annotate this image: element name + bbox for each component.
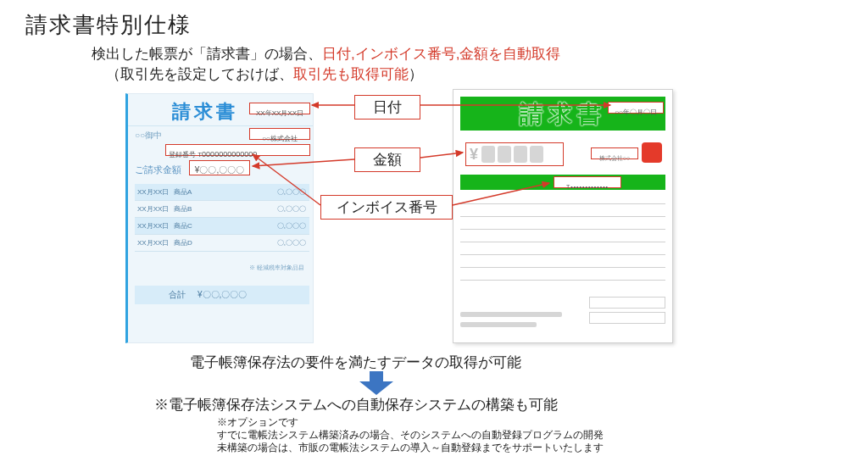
green-yen: ¥ [470, 146, 478, 164]
green-company-box: 株式会社○○ [591, 147, 638, 159]
green-invoice: 請求書 ○○年〇月〇日 ¥ 株式会社○○ T••••••••••••• [453, 89, 673, 343]
r1-date: XX月XX日 [135, 204, 174, 214]
blue-billed-box: ¥〇〇,〇〇〇 [189, 160, 250, 175]
blue-table: XX月XX日 商品A 〇,〇〇〇 XX月XX日 商品B 〇,〇〇〇 XX月XX日… [135, 184, 309, 252]
green-invno: T••••••••••••• [566, 184, 609, 190]
r1-amt: 〇,〇〇〇 [270, 204, 309, 214]
green-date: ○○年〇月〇日 [615, 108, 657, 116]
intro2-red: 取引先も取得可能 [293, 66, 409, 82]
blue-addressee: ○○御中 [135, 130, 162, 142]
r3-amt: 〇,〇〇〇 [270, 238, 309, 247]
intro-line1: 検出した帳票が「請求書」の場合、日付,インボイス番号,金額を自動取得 [92, 44, 560, 64]
green-company: 株式会社○○ [599, 155, 630, 161]
green-invno-box: T••••••••••••• [554, 176, 621, 188]
blue-billed: ¥〇〇,〇〇〇 [195, 165, 244, 175]
label-invoice-no: インボイス番号 [320, 195, 453, 220]
intro-line2: （取引先を設定しておけば、取引先も取得可能） [106, 64, 423, 84]
blue-company-box: ○○株式会社 [249, 128, 310, 140]
stamp-icon [642, 142, 662, 163]
blue-reg-box: 登録番号 T0000000000000 [165, 144, 310, 156]
r1-item: 商品B [174, 204, 270, 214]
footer-line1: 電子帳簿保存法の要件を満たすデータの取得が可能 [190, 353, 521, 372]
green-table [460, 192, 665, 281]
table-row: XX月XX日 商品C 〇,〇〇〇 [135, 218, 309, 235]
blue-invoice: 請求書 ○○御中 XX年XX月XX日 ○○株式会社 登録番号 T00000000… [125, 93, 314, 343]
green-amount-box: ¥ [465, 142, 564, 166]
blue-note: ※ 軽減税率対象品目 [249, 264, 304, 272]
footer-opt3: 未構築の場合は、市販の電帳法システムの導入～自動登録までをサポートいたします [217, 441, 604, 455]
r3-date: XX月XX日 [135, 238, 174, 247]
label-amount: 金額 [354, 147, 420, 172]
r2-item: 商品C [174, 221, 270, 231]
blue-billed-label: ご請求金額 [135, 164, 181, 176]
r2-amt: 〇,〇〇〇 [270, 221, 309, 231]
blue-reg-num: 0000000000000 [202, 150, 257, 158]
blue-title: 請求書 [172, 99, 238, 125]
page-title: 請求書特別仕様 [25, 10, 192, 40]
r3-item: 商品D [174, 238, 270, 247]
intro2-post: ） [409, 66, 423, 82]
r0-date: XX月XX日 [135, 187, 174, 197]
intro1-pre: 検出した帳票が「請求書」の場合、 [92, 46, 322, 62]
footer-line2: ※電子帳簿保存法システムへの自動保存システムの構築も可能 [154, 395, 558, 414]
blue-date-box: XX年XX月XX日 [249, 103, 310, 114]
blue-total: ¥〇〇,〇〇〇 [198, 289, 247, 301]
r0-amt: 〇,〇〇〇 [270, 187, 309, 197]
blue-total-row: 合計 ¥〇〇,〇〇〇 [135, 286, 309, 304]
blue-reg-prefix: 登録番号 T [169, 151, 202, 158]
green-date-box: ○○年〇月〇日 [608, 102, 664, 114]
blue-total-label: 合計 [169, 289, 186, 301]
table-row: XX月XX日 商品B 〇,〇〇〇 [135, 201, 309, 218]
intro1-red: 日付,インボイス番号,金額を自動取得 [322, 46, 560, 62]
blue-date: XX年XX月XX日 [256, 109, 303, 117]
intro2-pre: （取引先を設定しておけば、 [106, 66, 293, 82]
blue-company: ○○株式会社 [262, 135, 298, 142]
r0-item: 商品A [174, 187, 270, 197]
label-date: 日付 [354, 95, 420, 120]
r2-date: XX月XX日 [135, 221, 174, 231]
table-row: XX月XX日 商品D 〇,〇〇〇 [135, 235, 309, 252]
table-row: XX月XX日 商品A 〇,〇〇〇 [135, 184, 309, 201]
